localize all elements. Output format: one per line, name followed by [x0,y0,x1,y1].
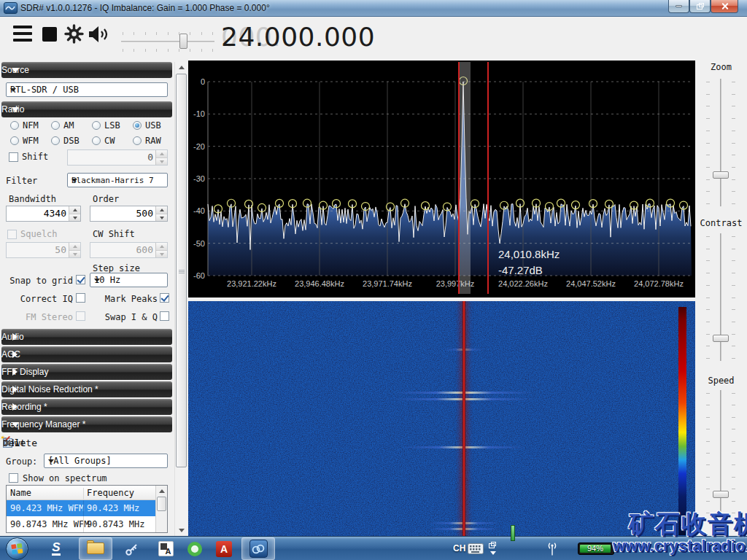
tuning-band-overlay[interactable] [458,62,471,294]
volume-slider-thumb[interactable] [179,34,187,49]
tick [179,49,179,52]
spin-down-icon[interactable] [156,214,167,221]
tick [732,309,735,310]
squelch-checkbox[interactable] [7,230,17,239]
waterfall-noise [188,301,695,536]
red-reader-app-taskbar-button[interactable]: A [210,537,238,560]
scroll-up-icon[interactable] [156,486,167,496]
spin-up-icon[interactable] [69,206,80,214]
sdrsharp-taskbar-button[interactable] [241,537,275,560]
tick [732,203,735,204]
waterfall-display[interactable] [188,301,695,536]
minimize-button[interactable] [668,0,689,13]
spectrum-display[interactable]: 0-10-20-30-40-50-60 23,921.22kHz23,946.4… [188,61,695,298]
shift-checkbox[interactable] [9,152,18,162]
mode-radio-wfm[interactable]: WFM [10,136,50,147]
dictionary-app-taskbar-button[interactable]: A [152,537,179,560]
start-button[interactable] [6,537,28,560]
stop-button[interactable] [42,27,57,42]
key-app-icon [125,542,139,556]
cell-frequency: 90.423 MHz [87,503,139,513]
mode-radio-usb[interactable]: USB [133,120,172,132]
sidebar-scroll-thumb[interactable] [176,74,187,467]
panel-header-agc[interactable]: AGC [1,346,172,362]
bandwidth-value: 4340 [44,208,66,219]
spin-down-icon[interactable] [156,158,167,165]
mark-peaks-checkbox[interactable] [160,293,169,303]
spin-up-icon[interactable] [156,206,167,214]
battery-indicator[interactable]: 94% [578,542,614,555]
restore-button[interactable] [689,0,711,13]
zoom-slider-thumb[interactable] [713,171,729,179]
speed-slider[interactable] [702,390,740,516]
freq-tick-label: 24,022.26kHz [487,279,560,291]
table-row[interactable]: 90.8743 MHz WFM90.8743 MHz [7,516,155,532]
radio-icon [51,121,60,130]
tick [732,106,735,106]
bandwidth-spinner[interactable]: 4340 [6,206,81,222]
white-s-app-taskbar-button[interactable]: S [41,537,71,560]
shift-spinner: 0 [67,149,168,166]
freq-tick-label: 24,072.78kHz [622,279,695,291]
panel-header-audio[interactable]: Audio [1,329,172,345]
menu-button[interactable] [13,26,32,43]
table-row[interactable]: 90.423 MHz WFM90.423 MHz [7,500,155,516]
mode-radio-lsb[interactable]: LSB [92,120,131,132]
tick [732,464,735,465]
green-circle-app-taskbar-button[interactable] [181,537,209,560]
swap-iq-checkbox[interactable] [160,311,169,321]
table-header[interactable]: Name Frequency [7,486,155,500]
snap-to-grid-checkbox[interactable] [76,275,85,284]
radio-icon [133,136,142,145]
spin-down-icon[interactable] [69,214,80,221]
panel-header-recording[interactable]: Recording * [1,399,172,415]
volume-slider[interactable] [121,41,214,42]
column-header-frequency[interactable]: Frequency [87,488,134,498]
scroll-down-icon[interactable] [175,525,187,536]
frequency-manager-toolbar: New Edit Delete [3,435,171,451]
panel-header-frequency-manager[interactable]: Frequency Manager * [1,416,172,432]
order-spinner[interactable]: 500 [90,206,168,222]
panel-header-radio[interactable]: Radio [1,101,172,117]
spin-up-icon[interactable] [156,150,167,158]
language-indicator[interactable]: CH [453,543,465,553]
correct-iq-checkbox[interactable] [76,293,85,303]
sidebar-scrollbar[interactable] [174,62,187,536]
close-button[interactable] [711,0,738,13]
column-header-name[interactable]: Name [10,488,31,498]
filter-dropdown[interactable]: Blackman-Harris 7 [67,173,168,187]
mode-radio-cw[interactable]: CW [92,136,131,147]
delete-button[interactable]: Delete [3,435,37,450]
freq-tick-label: 23,971.74kHz [351,279,424,291]
zoom-slider[interactable] [702,79,740,206]
cursor-power-readout: -47.27dB [498,264,543,276]
swap-iq-label: Swap I & Q [88,312,158,322]
panel-header-fft-display[interactable]: FFT Display [1,364,172,380]
contrast-slider[interactable] [702,233,740,361]
windows-explorer-taskbar-button[interactable] [79,537,112,560]
mode-radio-am[interactable]: AM [51,120,90,132]
key-app-taskbar-button[interactable] [117,537,147,560]
step-size-dropdown[interactable]: 10 Hz [90,273,168,287]
mode-radio-dsb[interactable]: DSB [51,136,90,147]
table-scroll-thumb[interactable] [157,497,166,511]
order-label: Order [93,194,119,204]
panel-header-digital-noise-reduction[interactable]: Digital Noise Reduction * [1,381,172,397]
group-dropdown[interactable]: [All Groups] [44,454,168,468]
panel-header-source[interactable]: Source [1,62,172,78]
frequency-main-digits[interactable]: 24.000.000 [221,22,375,52]
mode-radio-nfm[interactable]: NFM [10,120,50,132]
radio-icon [10,136,19,145]
contrast-slider-thumb[interactable] [713,335,729,342]
table-scrollbar[interactable] [155,486,167,532]
fm-stereo-label: FM Stereo [0,312,73,322]
speed-slider-thumb[interactable] [713,491,729,498]
squelch-spinner: 50 [6,242,81,258]
show-on-spectrum-checkbox[interactable] [9,473,18,483]
source-device-dropdown[interactable]: RTL-SDR / USB [6,82,168,97]
mode-radio-raw[interactable]: RAW [133,136,172,147]
dropdown-arrow-icon [48,459,54,463]
tuning-red-line[interactable] [458,62,460,294]
scroll-up-icon[interactable] [175,62,187,73]
marker-red-line[interactable] [487,62,489,294]
